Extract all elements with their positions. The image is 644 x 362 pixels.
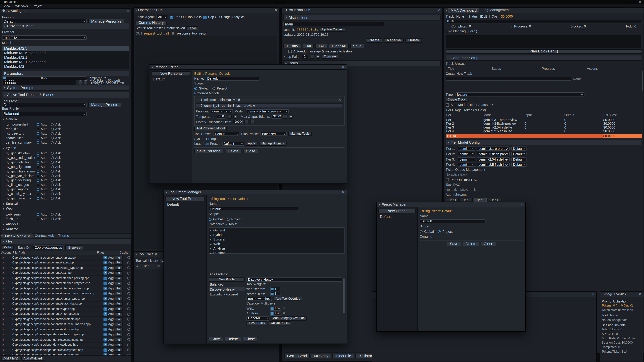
popout-task-dag-checkbox[interactable]: ✓	[446, 178, 449, 182]
full-button[interactable]: Full	[115, 287, 123, 290]
tier-preset-select[interactable]: Default ▾	[511, 147, 526, 151]
temperature-input[interactable]: -0.0	[217, 115, 226, 119]
keep-pairs-input[interactable]: 2	[302, 54, 308, 59]
persona-editor-titlebar[interactable]: ▾ Persona Editor ✕	[150, 65, 347, 70]
close-icon[interactable]: ✕	[639, 293, 642, 296]
ask-radio[interactable]	[51, 188, 54, 191]
tool-override-select[interactable]: run_powershell ▾	[246, 297, 272, 301]
increment-button[interactable]: +	[84, 81, 88, 85]
auto-radio[interactable]	[36, 174, 40, 177]
close-icon[interactable]: ✕	[28, 235, 30, 238]
remove-model-icon[interactable]: ✕	[338, 104, 341, 107]
tool-group-runtime[interactable]: ▾ Runtime	[2, 227, 129, 231]
tier-provider-select[interactable]: gemini ▾	[458, 147, 475, 151]
remove-file-button[interactable]: x	[1, 282, 11, 285]
agg-checkbox[interactable]: ✓	[104, 266, 107, 270]
popout-tool-calls-checkbox[interactable]: ✓	[170, 15, 173, 19]
remove-file-button[interactable]: x	[1, 338, 11, 342]
category-row[interactable]: ▸ Python	[210, 233, 343, 237]
model-option[interactable]: MiniMax-M2.5	[2, 46, 129, 51]
agg-checkbox[interactable]: ✓	[104, 307, 107, 311]
remove-file-button[interactable]: x	[1, 287, 11, 290]
slider-handle[interactable]	[3, 77, 6, 79]
section-provider-model[interactable]: ▾ Provider & Model	[2, 23, 129, 29]
full-button[interactable]: Full	[115, 261, 123, 265]
model-option[interactable]: MiniMax-M2.1	[2, 55, 129, 60]
auto-radio[interactable]	[36, 170, 40, 173]
scope-global-radio[interactable]	[209, 218, 212, 221]
tool-group-analysis[interactable]: ▾ Analysis	[2, 222, 129, 226]
tier-model-select[interactable]: gemini-3.1-pro-preview ▾	[477, 147, 510, 151]
md-only-button[interactable]: MD Only	[311, 354, 331, 358]
auto-radio[interactable]	[36, 141, 40, 144]
decrement-button[interactable]: -	[228, 115, 232, 119]
preferred-model-row[interactable]: – 1. minimax - MiniMax-M2.5 ✕	[196, 98, 343, 102]
minimize-icon[interactable]: —	[626, 0, 629, 3]
tier-preset-select[interactable]: Default ▾	[511, 157, 526, 161]
agg-checkbox[interactable]: ✓	[104, 297, 107, 301]
clear-all-button[interactable]: Clear All	[329, 44, 348, 48]
scope-project-radio[interactable]	[212, 87, 215, 90]
chevron-down-icon[interactable]: ▾	[284, 9, 285, 12]
step-mode-checkbox[interactable]: ✓	[446, 103, 449, 107]
full-button[interactable]: Full	[115, 333, 123, 337]
tool-preset-manager-titlebar[interactable]: ▾ Tool Preset Manager ✕	[164, 190, 347, 195]
category-row[interactable]: ▸ General	[210, 229, 343, 233]
multiplier-value-input[interactable]: 1.5x	[270, 306, 281, 310]
tier-provider-select[interactable]: gemini ▾	[458, 152, 475, 156]
paths-chip[interactable]: Paths	[2, 246, 14, 250]
close-icon[interactable]: ✕	[438, 8, 440, 12]
history-limit-input[interactable]: 900000	[233, 120, 243, 124]
chevron-down-icon[interactable]: ▾	[446, 9, 447, 12]
save-profile-button[interactable]: Save Profile	[246, 321, 267, 325]
tier-preset-select[interactable]: Default ▾	[511, 163, 526, 167]
ask-radio[interactable]	[51, 157, 54, 159]
ask-radio[interactable]	[51, 141, 54, 144]
weight-value-input[interactable]: 4	[270, 287, 281, 291]
tab-usage-analytics[interactable]: Usage Analytics	[604, 293, 626, 296]
chevron-down-icon[interactable]: ▾	[136, 9, 137, 12]
agg-checkbox[interactable]: ✓	[104, 318, 107, 321]
decrement-button[interactable]: -	[283, 115, 287, 119]
profile-name-input[interactable]: Discovery-Heavy	[246, 278, 342, 282]
full-button[interactable]: Full	[115, 328, 123, 331]
decrement-button[interactable]: -	[244, 120, 248, 124]
increment-button[interactable]: +	[289, 115, 293, 119]
truncate-button[interactable]: Truncate	[322, 55, 338, 59]
tab-operations-hub[interactable]: Operations Hub	[138, 8, 163, 12]
full-button[interactable]: Full	[115, 282, 123, 285]
close-icon[interactable]: ✕	[126, 9, 129, 13]
create-discussion-button[interactable]: Create	[366, 38, 382, 42]
stream-tab-tier1[interactable]: Tier 1	[446, 198, 459, 202]
decrement-button[interactable]: -	[310, 55, 314, 59]
agg-checkbox[interactable]: ✓	[104, 261, 107, 265]
discussion-select[interactable]: main ▾	[284, 22, 384, 26]
drag-handle-icon[interactable]: –	[198, 104, 200, 108]
bias-profile-select[interactable]: Balanced ▾	[260, 132, 287, 136]
agg-checkbox[interactable]: ✓	[104, 302, 107, 306]
add-wildcard-button[interactable]: Add Wildcard	[22, 357, 44, 361]
category-override-select[interactable]: General ▾	[246, 316, 269, 320]
decrement-button[interactable]: -	[78, 81, 82, 85]
remove-file-button[interactable]: x	[1, 302, 11, 306]
auto-add-checkbox[interactable]: ✓	[288, 50, 292, 53]
inject-file-button[interactable]: Inject File	[332, 354, 354, 358]
remove-file-button[interactable]: x	[1, 271, 11, 275]
close-icon[interactable]: ✕	[154, 253, 157, 256]
pm-provider-select[interactable]: gemini_cli ▾	[211, 109, 233, 113]
manage-prompts-button[interactable]: Manage Prompts	[259, 142, 287, 146]
ask-radio[interactable]	[51, 179, 54, 182]
ask-radio[interactable]	[51, 193, 54, 195]
tool-group-python[interactable]: ▾ Python	[2, 146, 129, 150]
plus-all-button[interactable]: +All	[315, 44, 327, 48]
provider-select[interactable]: minimax ▾	[2, 35, 86, 40]
tool-preset-list-item[interactable]: Default	[166, 202, 204, 207]
tab-ai-settings[interactable]: AI Settings	[6, 9, 23, 13]
persona-list-item[interactable]: Default	[151, 77, 190, 82]
save-preset-button[interactable]: Save	[447, 242, 461, 246]
full-button[interactable]: Full	[115, 307, 123, 311]
auto-radio[interactable]	[36, 152, 40, 155]
load-preset-select[interactable]: Default ▾	[222, 142, 244, 146]
section-system-prompts[interactable]: ▾ System Prompts	[2, 85, 129, 91]
increment-button[interactable]: +	[316, 55, 320, 59]
